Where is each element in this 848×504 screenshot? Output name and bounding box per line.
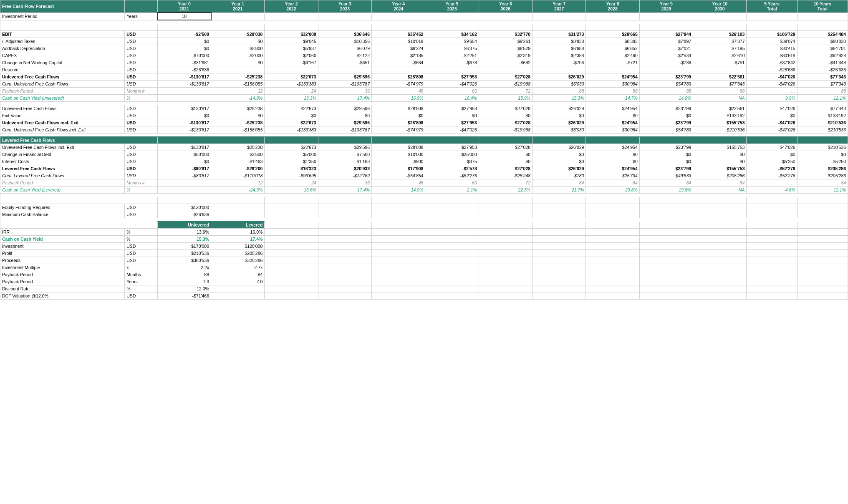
payback-years-levered: 7.0 [211, 278, 265, 285]
coc-yield-metrics-row: Cash on Cash Yield % 15.3% 17.4% [0, 235, 848, 242]
investment-period-label: Investment Period [0, 13, 125, 20]
exit-value-row: Exit Value USD $0 $0 $0 $0 $0 $0 $0 $0 $… [0, 112, 848, 119]
dcf-valuation-row: DCF Valuation @12.0% USD -$71'466 [0, 292, 848, 299]
equity-funding-row: Equity Funding Required USD -$120'000 [0, 204, 848, 211]
blank-row-2 [0, 101, 848, 105]
capex-row: CAPEX USD -$70'000 -$2'000 -$2'060 -$2'1… [0, 52, 848, 59]
ebit-10y: $254'484 [797, 30, 848, 38]
profit-row: Profit USD $210'536 $205'286 [0, 249, 848, 257]
addback-dep-label: Addback Depreciation [0, 45, 125, 52]
levered-section-header: Levered Free Cash Flows [0, 136, 848, 144]
empty-cell [797, 13, 848, 20]
unlevered-fcf2-row: Unlevered Free Cash Flows USD -$130'817 … [0, 105, 848, 112]
unlevered-fcf-row: Unlevered Free Cash Flows USD -$130'817 … [0, 73, 848, 80]
financial-plan-header-label: Financial Plan Summary [0, 197, 158, 204]
profit-unit: USD [125, 249, 157, 257]
investment-period-unit: Years [125, 13, 157, 20]
col-year2-header: Year 22022 [265, 0, 318, 13]
empty-cell [318, 13, 371, 20]
interest-costs-row: Interest Costs USD $0 -$1'463 -$1'350 -$… [0, 158, 848, 165]
payback-unlevered-unit: Months # [125, 87, 157, 94]
payback-months-row: Payback Period Months 88 84 [0, 271, 848, 278]
profit-unlevered: $210'536 [157, 249, 211, 257]
inv-multiple-unlevered: 2.2x [157, 264, 211, 271]
ebit-y7: $31'273 [533, 30, 586, 38]
exit-value-label: Exit Value [0, 112, 125, 119]
change-nwc-row: Change in Net Working Capital USD -$31'6… [0, 59, 848, 66]
inv-multiple-levered: 2.7x [211, 264, 265, 271]
empty-cell [693, 13, 747, 20]
ebit-y3: $36'646 [318, 30, 371, 38]
col-year5-header: Year 52025 [425, 0, 479, 13]
cum-unlevered-fcf-label: Cum. Unlevered Free Cash Flows [0, 80, 125, 87]
empty-cell [639, 13, 693, 20]
unlevered-fcf-incl-exit2-row: Unlevered Free Cash Flows incl. Exit USD… [0, 144, 848, 151]
capex-unit: USD [125, 52, 157, 59]
spreadsheet-container: Free Cash Flow Forecast Year 02021 Year … [0, 0, 848, 300]
ebit-unit: USD [125, 30, 157, 38]
adj-taxes-label: /. Adjusted Taxes [0, 38, 125, 45]
cum-unlevered-fcf-incl-exit-row: Cum. Unlevered Free Cash Flows incl. Exi… [0, 126, 848, 133]
ebit-5y: $106'729 [747, 30, 797, 38]
payback-levered-label: Payback Period [0, 179, 125, 186]
adj-taxes-unit: USD [125, 38, 157, 45]
discount-rate-unlevered: 12.0% [157, 285, 211, 292]
payback-years-unit: Years [125, 278, 157, 285]
unlevered-header-label: Unlevered Free Cash Flows [0, 23, 158, 30]
change-financial-debt-row: Change in Financial Debt USD $50'000 -$2… [0, 151, 848, 158]
proceeds-levered: $325'286 [211, 257, 265, 264]
proceeds-label: Proceeds [0, 257, 125, 264]
coc-yield-unlevered-val: 15.3% [157, 235, 211, 242]
empty-cell [425, 13, 479, 20]
ebit-label: EBIT [0, 30, 125, 38]
col-year3-header: Year 32023 [318, 0, 371, 13]
interest-costs-unit: USD [125, 158, 157, 165]
payback-years-label: Payback Period [0, 278, 125, 285]
change-fin-debt-unit: USD [125, 151, 157, 158]
levered-fcf-unit: USD [125, 165, 157, 172]
cum-unlevered-fcf-unit: USD [125, 80, 157, 87]
min-cash-label: Minimum Cash Balance [0, 211, 125, 218]
coc-yield-unlevered-row: Cash on Cash Yield (unlevered) % -14.8% … [0, 94, 848, 101]
ebit-y8: $29'665 [586, 30, 639, 38]
col-5y-header: 5 YearsTotal [747, 0, 797, 13]
unlevered-fcf-incl-exit-row: Unlevered Free Cash Flows incl. Exit USD… [0, 119, 848, 126]
irr-unlevered: 13.6% [157, 228, 211, 235]
min-cash-unit: USD [125, 211, 157, 218]
reserve-unit: USD [125, 66, 157, 73]
proceeds-row: Proceeds USD $380'536 $325'286 [0, 257, 848, 264]
investment-unit: USD [125, 242, 157, 249]
cum-unlevered-fcf-incl-exit-unit: USD [125, 126, 157, 133]
empty-cell [265, 13, 318, 20]
cum-levered-fcf-row: Cum. Levered Free Cash Flows USD -$80'81… [0, 172, 848, 179]
main-table: Free Cash Flow Forecast Year 02021 Year … [0, 0, 848, 300]
col-year0-header: Year 02021 [157, 0, 211, 13]
payback-years-unlevered: 7.3 [157, 278, 211, 285]
investment-period-input[interactable]: 10 [157, 13, 211, 20]
capex-label: CAPEX [0, 52, 125, 59]
ebit-y0: -$2'500 [157, 30, 211, 38]
levered-fcf-label: Levered Free Cash Flows [0, 165, 125, 172]
ebit-y6: $32'770 [479, 30, 532, 38]
investment-period-row: Investment Period Years 10 [0, 13, 848, 20]
levered-fcf-row: Levered Free Cash Flows USD -$80'817 -$2… [0, 165, 848, 172]
coc-yield-unlevered-label: Cash on Cash Yield (unlevered) [0, 94, 125, 101]
col-year7-header: Year 72027 [533, 0, 586, 13]
dcf-unlevered: -$71'466 [157, 292, 211, 299]
unlevered-fcf-incl-exit2-label: Unlevered Free Cash Flows incl. Exit [0, 144, 125, 151]
equity-funding-label: Equity Funding Required [0, 204, 125, 211]
irr-row: IRR % 13.6% 16.0% [0, 228, 848, 235]
min-cash-value: $26'636 [157, 211, 211, 218]
coc-yield-metrics-unit: % [125, 235, 157, 242]
col-year9-header: Year 92029 [639, 0, 693, 13]
levered-header-label: Levered Free Cash Flows [0, 136, 158, 144]
blank-row-4 [0, 193, 848, 197]
blank-row-5 [0, 218, 848, 221]
unlevered-fcf-label: Unlevered Free Cash Flows [0, 73, 125, 80]
empty-cell [533, 13, 586, 20]
discount-rate-unit: % [125, 285, 157, 292]
unlevered-fcf-unit: USD [125, 73, 157, 80]
payback-levered-unit: Months # [125, 179, 157, 186]
empty-cell [479, 13, 532, 20]
coc-yield-metrics-label: Cash on Cash Yield [0, 235, 125, 242]
